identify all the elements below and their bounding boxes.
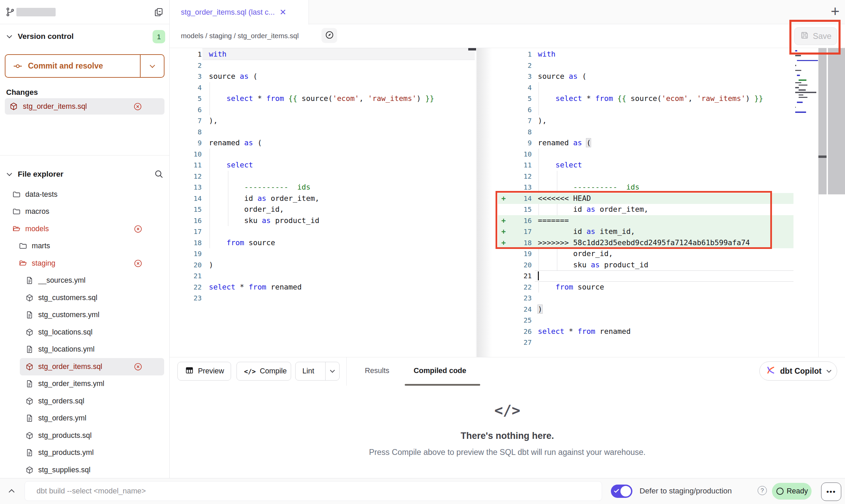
code-line[interactable]: 21 xyxy=(170,270,476,282)
preview-button[interactable]: Preview xyxy=(177,362,231,381)
file-item-__sources.yml[interactable]: __sources.yml xyxy=(0,272,169,290)
code-line[interactable]: 6 xyxy=(498,104,818,116)
code-line[interactable]: 9renamed as ( xyxy=(170,137,476,149)
breadcrumb[interactable]: models / staging / stg_order_items.sql xyxy=(181,32,299,40)
code-line[interactable]: 8 xyxy=(498,127,818,138)
lint-button[interactable]: Lint xyxy=(295,362,340,381)
code-line[interactable]: 16 sku as product_id xyxy=(170,215,476,226)
code-line[interactable]: 1with xyxy=(498,49,818,60)
code-line[interactable]: 26select * from renamed xyxy=(498,326,818,337)
code-line[interactable]: 10 xyxy=(498,149,818,160)
code-line[interactable]: 11 select xyxy=(498,160,818,171)
code-line[interactable]: 12 xyxy=(498,171,818,182)
code-line[interactable]: 22 from source xyxy=(498,282,818,293)
command-input[interactable]: dbt build --select <model_name> xyxy=(25,481,602,501)
code-line[interactable]: 5 select * from {{ source('ecom', 'raw_i… xyxy=(170,93,476,104)
search-icon[interactable] xyxy=(154,169,164,179)
code-line[interactable]: 17 xyxy=(170,226,476,237)
code-line[interactable]: 20) xyxy=(170,260,476,271)
editor-pane-modified[interactable]: 1with23source as (45 select * from {{ so… xyxy=(498,48,818,357)
chevron-up-icon[interactable] xyxy=(9,489,15,495)
code-line[interactable]: 4 xyxy=(170,82,476,93)
code-line[interactable]: 9renamed as ( xyxy=(498,137,818,149)
code-line[interactable]: 3source as ( xyxy=(498,71,818,82)
code-line[interactable]: 10 xyxy=(170,149,476,160)
overview-scrollbar[interactable] xyxy=(827,48,845,194)
code-line[interactable]: 21 xyxy=(498,270,818,282)
code-line[interactable]: +16======= xyxy=(498,215,818,226)
file-item-stg_orders.sql[interactable]: stg_orders.sql xyxy=(0,392,169,410)
code-line[interactable]: 13 ---------- ids xyxy=(498,182,818,193)
discard-changes-icon[interactable] xyxy=(134,362,142,371)
code-line[interactable]: 15 id as order_item, xyxy=(498,204,818,215)
code-line[interactable]: 27 xyxy=(498,337,818,348)
file-item-stg_locations.sql[interactable]: stg_locations.sql xyxy=(0,324,169,341)
code-line[interactable]: 19 order_id, xyxy=(498,248,818,260)
copy-icon[interactable] xyxy=(154,7,164,17)
file-item-stg_locations.yml[interactable]: stg_locations.yml xyxy=(0,341,169,358)
editor-pane-original[interactable]: 1with23source as (45 select * from {{ so… xyxy=(170,48,476,357)
code-line[interactable]: 23 xyxy=(498,293,818,304)
editor-minimap[interactable] xyxy=(795,50,816,139)
file-item-stg_customers.sql[interactable]: stg_customers.sql xyxy=(0,289,169,307)
new-tab-button[interactable]: + xyxy=(831,3,840,20)
code-line[interactable]: 7), xyxy=(170,115,476,127)
file-item-marts[interactable]: marts xyxy=(0,238,169,255)
defer-toggle[interactable] xyxy=(611,485,632,498)
save-button[interactable]: Save xyxy=(794,27,837,45)
tab-stg-order-items[interactable]: stg_order_items.sql (last c... ✕ xyxy=(170,0,309,25)
code-line[interactable]: 14 id as order_item, xyxy=(170,193,476,204)
code-line[interactable]: 13 ---------- ids xyxy=(170,182,476,193)
code-line[interactable]: 8 xyxy=(170,127,476,138)
file-explorer-header[interactable]: File explorer xyxy=(0,168,169,182)
file-item-stg_customers.yml[interactable]: stg_customers.yml xyxy=(0,307,169,324)
code-line[interactable]: 19 xyxy=(170,248,476,260)
file-item-macros[interactable]: macros xyxy=(0,203,169,221)
commit-dropdown-button[interactable] xyxy=(140,55,164,77)
file-item-data-tests[interactable]: data-tests xyxy=(0,186,169,203)
lineage-compass-button[interactable] xyxy=(321,28,337,43)
code-line[interactable]: 18 from source xyxy=(170,237,476,249)
status-ready-badge[interactable]: Ready xyxy=(772,483,812,500)
code-line[interactable]: 24) xyxy=(498,304,818,315)
discard-changes-icon[interactable] xyxy=(134,259,142,268)
code-line[interactable]: +17 id as item_id, xyxy=(498,226,818,237)
file-item-stg_order_items.sql[interactable]: stg_order_items.sql xyxy=(20,358,164,375)
editor-scrollbar[interactable] xyxy=(818,48,827,194)
file-item-stg_products.sql[interactable]: stg_products.sql xyxy=(0,427,169,444)
lint-dropdown-button[interactable] xyxy=(325,362,339,380)
file-item-models[interactable]: models xyxy=(0,220,169,238)
code-line[interactable]: +14<<<<<<< HEAD xyxy=(498,193,818,204)
more-options-button[interactable]: ••• xyxy=(821,483,841,501)
code-line[interactable]: 5 select * from {{ source('ecom', 'raw_i… xyxy=(498,93,818,104)
file-item-stg_supplies.sql[interactable]: stg_supplies.sql xyxy=(0,461,169,478)
code-line[interactable]: 25 xyxy=(498,315,818,326)
dbt-copilot-button[interactable]: dbt Copilot xyxy=(759,361,837,381)
close-icon[interactable]: ✕ xyxy=(280,8,286,17)
tab-compiled-code[interactable]: Compiled code xyxy=(414,367,466,375)
scrollbar-thumb[interactable] xyxy=(468,48,476,50)
changed-file-row[interactable]: stg_order_items.sql xyxy=(5,98,164,115)
code-line[interactable]: 20 sku as product_id xyxy=(498,260,818,271)
tab-results[interactable]: Results xyxy=(365,367,389,375)
code-line[interactable]: 2 xyxy=(170,60,476,71)
code-line[interactable]: 6 xyxy=(170,104,476,116)
discard-changes-icon[interactable] xyxy=(134,225,142,233)
help-icon[interactable]: ? xyxy=(758,486,767,495)
code-line[interactable]: 12 xyxy=(170,171,476,182)
compile-button[interactable]: </> Compile xyxy=(237,362,291,381)
file-item-stg_products.yml[interactable]: stg_products.yml xyxy=(0,444,169,462)
code-line[interactable]: 2 xyxy=(498,60,818,71)
code-line[interactable]: 3source as ( xyxy=(170,71,476,82)
code-line[interactable]: 1with xyxy=(170,49,476,60)
file-item-stg_order_items.yml[interactable]: stg_order_items.yml xyxy=(0,375,169,393)
version-control-header[interactable]: Version control 1 xyxy=(0,30,169,44)
code-line[interactable]: 4 xyxy=(498,82,818,93)
code-line[interactable]: 7), xyxy=(498,115,818,127)
code-line[interactable]: 11 select xyxy=(170,160,476,171)
code-line[interactable]: 23 xyxy=(170,293,476,304)
commit-and-resolve-button[interactable]: Commit and resolve xyxy=(5,54,164,78)
code-line[interactable]: +18>>>>>>> 58c1dd23d5eebd9cd2495fa7124ab… xyxy=(498,237,818,249)
file-item-stg_orders.yml[interactable]: stg_orders.yml xyxy=(0,410,169,427)
code-line[interactable]: 15 order_id, xyxy=(170,204,476,215)
